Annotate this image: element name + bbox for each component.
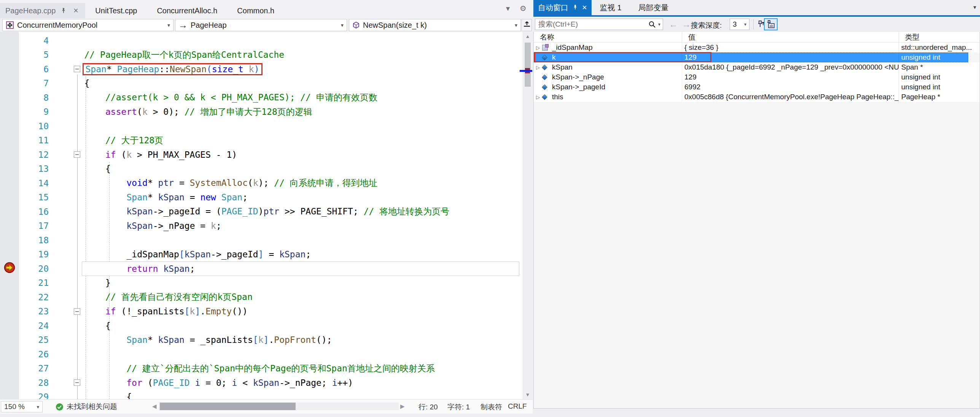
line-margin-27[interactable]: [0, 362, 19, 376]
line-number[interactable]: 8: [19, 93, 49, 103]
code-text[interactable]: if (!_spanLists[k].Empty()): [81, 306, 248, 316]
close-icon[interactable]: ×: [582, 4, 587, 11]
search-prev-icon[interactable]: ←: [669, 19, 678, 30]
line-margin-24[interactable]: [0, 319, 19, 333]
pin-icon[interactable]: [572, 3, 578, 12]
scroll-left-icon[interactable]: ◀: [152, 403, 157, 410]
code-text[interactable]: // 建立`分配出去的`Span中的每个Page的页号和Span首地址之间的映射…: [81, 363, 435, 374]
watch-value[interactable]: 0x005c86d8 {ConcurrentMemoryPool.exe!Pag…: [682, 92, 899, 102]
line-number[interactable]: 16: [19, 207, 49, 217]
line-margin-15[interactable]: [0, 190, 19, 205]
code-health-indicator[interactable]: 未找到相关问题: [56, 401, 117, 412]
line-number[interactable]: 9: [19, 107, 49, 117]
watch-name[interactable]: k: [552, 53, 682, 62]
collapse-region-icon[interactable]: –: [74, 379, 80, 386]
scroll-right-icon[interactable]: ▶: [400, 403, 405, 410]
line-number[interactable]: 26: [19, 349, 49, 359]
code-text[interactable]: kSpan->_nPage = k;: [81, 221, 221, 231]
column-header-name[interactable]: 名称: [534, 32, 682, 42]
code-text[interactable]: void* ptr = SystemAlloc(k); // 向系统申请，得到地…: [81, 177, 377, 189]
code-text[interactable]: {: [81, 78, 89, 88]
tool-tab-0[interactable]: 自动窗口×: [533, 0, 592, 15]
watch-row-k[interactable]: k129unsigned int: [534, 52, 968, 62]
line-number[interactable]: 4: [19, 36, 49, 46]
line-margin-23[interactable]: [0, 304, 19, 319]
line-margin-8[interactable]: [0, 90, 19, 105]
line-margin-6[interactable]: [0, 62, 19, 76]
code-editor[interactable]: 45// PageHeap取一个k页的Span给CentralCache6–Sp…: [0, 32, 523, 399]
line-margin-25[interactable]: [0, 333, 19, 347]
pin-icon[interactable]: [59, 6, 68, 15]
horizontal-scrollbar-thumb[interactable]: [160, 403, 296, 410]
line-number[interactable]: 15: [19, 192, 49, 202]
watch-row-_idSpanMap[interactable]: ▷_idSpanMap{ size=36 }std::unordered_map…: [534, 43, 980, 52]
line-number[interactable]: 27: [19, 363, 49, 373]
line-number[interactable]: 11: [19, 135, 49, 145]
line-margin-7[interactable]: [0, 76, 19, 91]
search-next-icon[interactable]: →: [682, 19, 691, 30]
type-dropdown[interactable]: → PageHeap ▾: [175, 19, 347, 31]
horizontal-scrollbar[interactable]: [159, 403, 399, 410]
code-text[interactable]: }: [81, 278, 111, 288]
line-number[interactable]: 23: [19, 306, 49, 316]
expander-collapsed-icon[interactable]: ▷: [534, 45, 542, 51]
code-text[interactable]: {: [81, 392, 132, 399]
code-text[interactable]: Span* PageHeap::NewSpan(size_t k): [81, 64, 262, 74]
member-dropdown[interactable]: NewSpan(size_t k) ▾: [349, 19, 521, 31]
line-margin-21[interactable]: [0, 276, 19, 290]
code-text[interactable]: {: [81, 164, 111, 174]
watch-row-kSpan->_pageId[interactable]: kSpan->_pageId6992unsigned int: [534, 82, 980, 92]
scroll-up-icon[interactable]: ▲: [523, 33, 532, 39]
document-tab-3[interactable]: Common.h: [227, 3, 284, 18]
line-margin-11[interactable]: [0, 133, 19, 148]
line-number[interactable]: 22: [19, 292, 49, 302]
watch-name[interactable]: kSpan->_nPage: [552, 73, 682, 81]
document-tab-1[interactable]: UnitTest.cpp: [85, 3, 147, 18]
watch-value[interactable]: 129: [682, 52, 899, 62]
line-margin-17[interactable]: [0, 219, 19, 233]
close-icon[interactable]: ×: [72, 6, 80, 15]
expander-collapsed-icon[interactable]: ▷: [534, 65, 542, 70]
expander-collapsed-icon[interactable]: ▷: [534, 94, 542, 100]
watch-name[interactable]: kSpan: [552, 63, 682, 71]
line-margin-29[interactable]: [0, 390, 19, 400]
line-margin-5[interactable]: [0, 48, 19, 62]
watch-value[interactable]: { size=36 }: [682, 43, 899, 52]
line-number[interactable]: 28: [19, 378, 49, 388]
line-margin-28[interactable]: [0, 376, 19, 390]
tool-tab-1[interactable]: 监视 1: [592, 0, 630, 15]
line-margin-18[interactable]: [0, 233, 19, 247]
line-number[interactable]: 6: [19, 64, 49, 74]
code-text[interactable]: Span* kSpan = _spanLists[k].PopFront();: [81, 335, 332, 345]
collapse-region-icon[interactable]: –: [74, 66, 80, 72]
code-text[interactable]: if (k > PH_MAX_PAGES - 1): [81, 150, 237, 160]
line-number[interactable]: 17: [19, 221, 49, 231]
line-number[interactable]: 7: [19, 78, 49, 88]
line-margin-16[interactable]: [0, 205, 19, 219]
chevron-down-icon[interactable]: ▾: [973, 4, 976, 11]
line-number[interactable]: 18: [19, 235, 49, 245]
document-tab-0[interactable]: PageHeap.cpp×: [0, 3, 85, 18]
column-header-type[interactable]: 类型: [899, 32, 980, 42]
tool-tab-2[interactable]: 局部变量: [630, 0, 677, 15]
code-text[interactable]: // PageHeap取一个k页的Span给CentralCache: [81, 49, 284, 61]
scroll-down-icon[interactable]: ▼: [523, 392, 532, 398]
code-text[interactable]: _idSpanMap[kSpan->_pageId] = kSpan;: [81, 249, 311, 259]
line-margin-26[interactable]: [0, 347, 19, 362]
code-text[interactable]: kSpan->_pageId = (PAGE_ID)ptr >> PAGE_SH…: [81, 206, 449, 217]
chevron-down-icon[interactable]: ▾: [656, 22, 663, 27]
line-margin-19[interactable]: [0, 247, 19, 262]
watch-name[interactable]: kSpan->_pageId: [552, 83, 682, 91]
code-text[interactable]: {: [81, 321, 111, 331]
project-scope-dropdown[interactable]: ConcurrentMemoryPool ▾: [2, 19, 173, 31]
watch-search-box[interactable]: ▾: [535, 19, 663, 30]
line-margin-13[interactable]: [0, 162, 19, 176]
search-depth-select[interactable]: 3 ▾: [730, 19, 749, 30]
current-statement-breakpoint-icon[interactable]: [3, 262, 16, 276]
watch-row-kSpan->_nPage[interactable]: kSpan->_nPage129unsigned int: [534, 72, 980, 82]
code-text[interactable]: assert(k > 0); // 增加了申请大于128页的逻辑: [81, 106, 312, 118]
document-tab-2[interactable]: ConcurrentAlloc.h: [147, 3, 227, 18]
split-editor-button[interactable]: [522, 19, 532, 31]
line-number[interactable]: 13: [19, 164, 49, 174]
watch-value[interactable]: 129: [682, 72, 899, 82]
